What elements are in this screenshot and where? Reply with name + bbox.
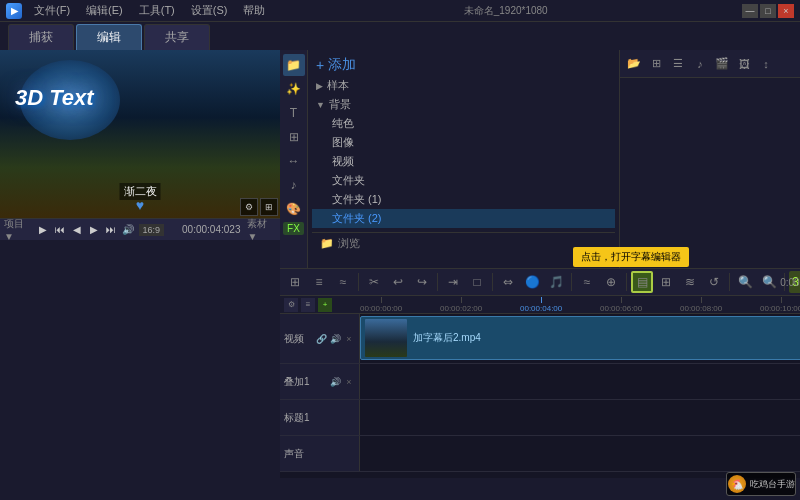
timeline-ruler-marks: 00:00:00:00 00:00:02:00 00:00:04:00 bbox=[360, 296, 800, 313]
tree-item-1[interactable]: 图像 bbox=[312, 133, 615, 152]
ruler-settings-btn[interactable]: ⚙ bbox=[284, 298, 298, 312]
tree-item-3[interactable]: 文件夹 bbox=[312, 171, 615, 190]
play-button[interactable]: ▶ bbox=[36, 222, 50, 238]
ruler-mark-0: 00:00:00:00 bbox=[360, 297, 402, 313]
watermark-text: 吃鸡台手游 bbox=[750, 478, 795, 491]
ruler-mark-5: 00:00:10:00 bbox=[760, 297, 800, 313]
tl-btn-ripple[interactable]: ≈ bbox=[332, 271, 354, 293]
tl-separator-5 bbox=[626, 273, 627, 291]
sidebar-media-icon[interactable]: 📁 bbox=[283, 54, 305, 76]
video-track: 视频 🔗 🔊 × 加字幕后2.mp4 bbox=[280, 314, 800, 364]
close-button[interactable]: × bbox=[778, 4, 794, 18]
timeline-content: ⚙ ≡ + 00:00:00:00 00:00:02:00 bbox=[280, 296, 800, 478]
tl-btn-snap[interactable]: ⊞ bbox=[284, 271, 306, 293]
tl-btn-audio[interactable]: 🎵 bbox=[545, 271, 567, 293]
menu-help[interactable]: 帮助 bbox=[239, 3, 269, 18]
title-track-header: 标题1 bbox=[280, 400, 360, 435]
timeline: ⊞ ≡ ≈ ✂ ↩ ↪ ⇥ □ ⇔ 🔵 🎵 ≈ ⊕ ▤ bbox=[280, 268, 800, 478]
maximize-button[interactable]: □ bbox=[760, 4, 776, 18]
tree-item-4[interactable]: 文件夹 (1) bbox=[312, 190, 615, 209]
next-frame-button[interactable]: ⏭ bbox=[104, 222, 118, 238]
sidebar-color-icon[interactable]: 🎨 bbox=[283, 198, 305, 220]
sample-section[interactable]: ▶ 样本 bbox=[312, 76, 615, 95]
tl-btn-cut[interactable]: ✂ bbox=[363, 271, 385, 293]
tl-btn-waveform[interactable]: ≋ bbox=[679, 271, 701, 293]
tl-btn-zoom-out[interactable]: 🔍 bbox=[734, 271, 756, 293]
minimize-button[interactable]: — bbox=[742, 4, 758, 18]
tree-item-2[interactable]: 视频 bbox=[312, 152, 615, 171]
rt-btn-grid[interactable]: ⊞ bbox=[646, 54, 666, 74]
tree-item-0[interactable]: 纯色 bbox=[312, 114, 615, 133]
audio-track-header: 声音 bbox=[280, 436, 360, 471]
subtitle-icon: ▤ bbox=[637, 275, 648, 289]
tab-share[interactable]: 共享 bbox=[144, 24, 210, 50]
tl-btn-redo[interactable]: ↪ bbox=[411, 271, 433, 293]
tl-btn-color[interactable]: 🔵 bbox=[521, 271, 543, 293]
ruler-add-btn[interactable]: + bbox=[318, 298, 332, 312]
preview-tool-1[interactable]: ⚙ bbox=[240, 198, 258, 216]
menu-tools[interactable]: 工具(T) bbox=[135, 3, 179, 18]
right-toolbar: 📂 ⊞ ☰ ♪ 🎬 🖼 ↕ bbox=[620, 50, 800, 78]
video-track-link[interactable]: 🔗 bbox=[315, 333, 327, 345]
sidebar-text-icon[interactable]: T bbox=[283, 102, 305, 124]
tl-btn-add-track[interactable]: ⊕ bbox=[600, 271, 622, 293]
tl-btn-mix[interactable]: ≈ bbox=[576, 271, 598, 293]
tab-bar: 捕获 编辑 共享 bbox=[0, 22, 800, 50]
rt-btn-video[interactable]: 🎬 bbox=[712, 54, 732, 74]
video-track-header: 视频 🔗 🔊 × bbox=[280, 314, 360, 363]
clip-thumbnail bbox=[365, 319, 407, 357]
browse-button[interactable]: 📁 浏览 bbox=[312, 232, 615, 254]
step-forward-button[interactable]: ▶ bbox=[87, 222, 101, 238]
ruler-list-btn[interactable]: ≡ bbox=[301, 298, 315, 312]
audio-track: 声音 bbox=[280, 436, 800, 472]
right-panel: 📂 ⊞ ☰ ♪ 🎬 🖼 ↕ bbox=[619, 50, 800, 268]
project-label[interactable]: 项目▼ bbox=[4, 217, 31, 242]
tab-edit[interactable]: 编辑 bbox=[76, 24, 142, 50]
watermark: 🐔 吃鸡台手游 bbox=[726, 472, 796, 496]
sidebar-fx-icon[interactable]: ✨ bbox=[283, 78, 305, 100]
preview-background: 3D Text 渐二夜 ♥ ⚙ ⊞ bbox=[0, 50, 280, 218]
subtitle-editor-button[interactable]: ▤ 点击，打开字幕编辑器 bbox=[631, 271, 653, 293]
rt-btn-music[interactable]: ♪ bbox=[690, 54, 710, 74]
tl-btn-zoom-in[interactable]: 🔍 bbox=[758, 271, 780, 293]
add-button[interactable]: + 添加 bbox=[312, 54, 615, 76]
left-sidebar: 📁 ✨ T ⊞ ↔ ♪ 🎨 FX bbox=[280, 50, 308, 268]
rt-btn-sort[interactable]: ↕ bbox=[756, 54, 776, 74]
overlay-track-volume[interactable]: 🔊 bbox=[329, 376, 341, 388]
tl-btn-select[interactable]: ≡ bbox=[308, 271, 330, 293]
overlay-track-label: 叠加1 bbox=[284, 375, 310, 389]
sidebar-audio-icon[interactable]: ♪ bbox=[283, 174, 305, 196]
material-label[interactable]: 素材▼ bbox=[247, 217, 274, 242]
sidebar-overlay-icon[interactable]: ⊞ bbox=[283, 126, 305, 148]
tl-btn-rotate[interactable]: ↺ bbox=[703, 271, 725, 293]
preview-heart-icon: ♥ bbox=[136, 197, 144, 213]
video-track-volume[interactable]: 🔊 bbox=[329, 333, 341, 345]
volume-button[interactable]: 🔊 bbox=[121, 222, 135, 238]
app-logo: ▶ bbox=[6, 3, 22, 19]
rt-btn-list[interactable]: ☰ bbox=[668, 54, 688, 74]
step-back-button[interactable]: ◀ bbox=[70, 222, 84, 238]
tl-btn-grid2[interactable]: ⊞ bbox=[655, 271, 677, 293]
browse-icon: 📁 bbox=[320, 237, 334, 250]
prev-frame-button[interactable]: ⏮ bbox=[53, 222, 67, 238]
rt-btn-folder[interactable]: 📂 bbox=[624, 54, 644, 74]
tl-btn-undo[interactable]: ↩ bbox=[387, 271, 409, 293]
tl-btn-swap[interactable]: ⇔ bbox=[497, 271, 519, 293]
tab-capture[interactable]: 捕获 bbox=[8, 24, 74, 50]
video-track-close[interactable]: × bbox=[343, 333, 355, 345]
browse-label: 浏览 bbox=[338, 236, 360, 251]
background-section[interactable]: ▼ 背景 bbox=[312, 95, 615, 114]
tl-btn-track[interactable]: ⇥ bbox=[442, 271, 464, 293]
menu-edit[interactable]: 编辑(E) bbox=[82, 3, 127, 18]
tl-btn-box[interactable]: □ bbox=[466, 271, 488, 293]
rt-btn-image[interactable]: 🖼 bbox=[734, 54, 754, 74]
tree-item-5[interactable]: 文件夹 (2) bbox=[312, 209, 615, 228]
overlay-track-close[interactable]: × bbox=[343, 376, 355, 388]
sidebar-transition-icon[interactable]: ↔ bbox=[283, 150, 305, 172]
menu-settings[interactable]: 设置(S) bbox=[187, 3, 232, 18]
preview-tool-2[interactable]: ⊞ bbox=[260, 198, 278, 216]
timeline-toolbar: ⊞ ≡ ≈ ✂ ↩ ↪ ⇥ □ ⇔ 🔵 🎵 ≈ ⊕ ▤ bbox=[280, 268, 800, 296]
video-clip[interactable]: 加字幕后2.mp4 bbox=[360, 316, 800, 360]
menu-file[interactable]: 文件(F) bbox=[30, 3, 74, 18]
title-track-label: 标题1 bbox=[284, 411, 310, 425]
